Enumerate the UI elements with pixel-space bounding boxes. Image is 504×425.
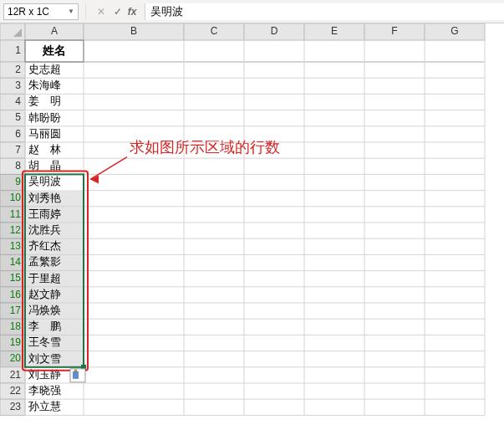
row-header-label: 15 bbox=[10, 272, 22, 284]
clipboard-icon bbox=[74, 370, 77, 372]
row-header-label: 4 bbox=[15, 95, 21, 107]
row-header-label: 8 bbox=[15, 160, 21, 172]
row-header-label: 12 bbox=[10, 224, 22, 236]
row-header-label: 6 bbox=[15, 128, 21, 140]
cell-value: 冯焕焕 bbox=[28, 304, 61, 316]
col-header-label: A bbox=[51, 25, 58, 37]
cell-value: 孟繁影 bbox=[28, 255, 61, 268]
row-header[interactable] bbox=[0, 94, 25, 110]
row-header-label: 17 bbox=[10, 305, 22, 316]
chevron-down-icon: ▼ bbox=[68, 8, 74, 15]
separator bbox=[85, 3, 86, 20]
row-header-label: 20 bbox=[10, 352, 22, 364]
row-header-label: 23 bbox=[10, 401, 22, 412]
row-header-label: 1 bbox=[15, 44, 21, 56]
row-header-label: 2 bbox=[15, 64, 21, 75]
col-header-label: D bbox=[271, 25, 278, 37]
cell-value: 齐红杰 bbox=[28, 239, 61, 252]
cell-value: 孙立慧 bbox=[28, 400, 61, 412]
row-header-label: 19 bbox=[10, 336, 22, 348]
cell-value: 于里超 bbox=[28, 272, 61, 284]
row-header-label: 14 bbox=[10, 256, 22, 268]
col-header-label: F bbox=[391, 25, 397, 37]
row-header-label: 9 bbox=[15, 176, 21, 187]
cell-value: 赵文静 bbox=[28, 288, 61, 300]
row-header-label: 16 bbox=[10, 289, 22, 300]
col-header-label: E bbox=[331, 25, 338, 37]
cell-value: 吴明波 bbox=[28, 175, 61, 187]
row-header-label: 3 bbox=[15, 79, 21, 91]
row-header-label: 5 bbox=[15, 111, 21, 123]
row-header[interactable] bbox=[0, 110, 25, 126]
cell-value: 姜 明 bbox=[28, 95, 61, 107]
cell-value: 韩盼盼 bbox=[28, 111, 61, 124]
confirm-icon[interactable]: ✓ bbox=[109, 3, 126, 20]
row-header-label: 22 bbox=[10, 385, 22, 397]
name-box-value: 12R x 1C bbox=[8, 6, 49, 18]
row-header[interactable] bbox=[0, 158, 25, 174]
cell-value: 朱海峰 bbox=[28, 79, 61, 91]
cell-value: 刘秀艳 bbox=[28, 192, 61, 204]
row-header[interactable] bbox=[0, 126, 25, 142]
cell-value: 马丽圆 bbox=[28, 127, 61, 140]
col-header-label: C bbox=[211, 25, 218, 37]
row-header-label: 11 bbox=[10, 208, 22, 220]
cancel-icon[interactable]: ✕ bbox=[93, 3, 109, 20]
worksheet-grid[interactable]: ABCDEFG123456789101112131415161718192021… bbox=[0, 23, 504, 425]
cell-value: 史志超 bbox=[28, 63, 61, 75]
name-box[interactable]: 12R x 1C ▼ bbox=[3, 3, 79, 20]
fx-icon[interactable]: fx bbox=[126, 3, 143, 20]
cell-value: 李晓强 bbox=[28, 384, 61, 397]
row-header[interactable] bbox=[0, 40, 25, 62]
cell-value: 沈胜兵 bbox=[28, 223, 61, 236]
row-header-label: 18 bbox=[10, 320, 22, 332]
row-header[interactable] bbox=[0, 62, 25, 78]
annotation-text: 求如图所示区域的行数 bbox=[130, 139, 280, 156]
annotation-arrow bbox=[90, 157, 127, 180]
row-header-label: 7 bbox=[15, 144, 21, 156]
row-header[interactable] bbox=[0, 142, 25, 158]
row-header[interactable] bbox=[0, 174, 25, 190]
cell-value: 刘文雪 bbox=[28, 352, 61, 365]
cell-value: 胡 晶 bbox=[28, 159, 61, 172]
col-header-label: G bbox=[451, 25, 458, 37]
clipboard-icon bbox=[73, 371, 79, 379]
formula-bar-value: 吴明波 bbox=[150, 4, 183, 19]
cell-value: 王雨婷 bbox=[28, 207, 61, 220]
cell-value: 王冬雪 bbox=[28, 335, 61, 348]
row-header[interactable] bbox=[0, 78, 25, 94]
row-header-label: 10 bbox=[10, 192, 22, 203]
formula-bar[interactable]: 吴明波 bbox=[145, 3, 504, 20]
col-header-label: B bbox=[130, 25, 137, 37]
cell-value: 赵 林 bbox=[28, 143, 61, 156]
row-header-label: 13 bbox=[10, 240, 22, 252]
cell-value: 李 鹏 bbox=[28, 320, 61, 332]
table-header-cell: 姓名 bbox=[42, 44, 66, 57]
row-header-label: 21 bbox=[10, 369, 22, 381]
formula-toolbar: 12R x 1C ▼ ✕ ✓ fx 吴明波 bbox=[0, 0, 504, 23]
